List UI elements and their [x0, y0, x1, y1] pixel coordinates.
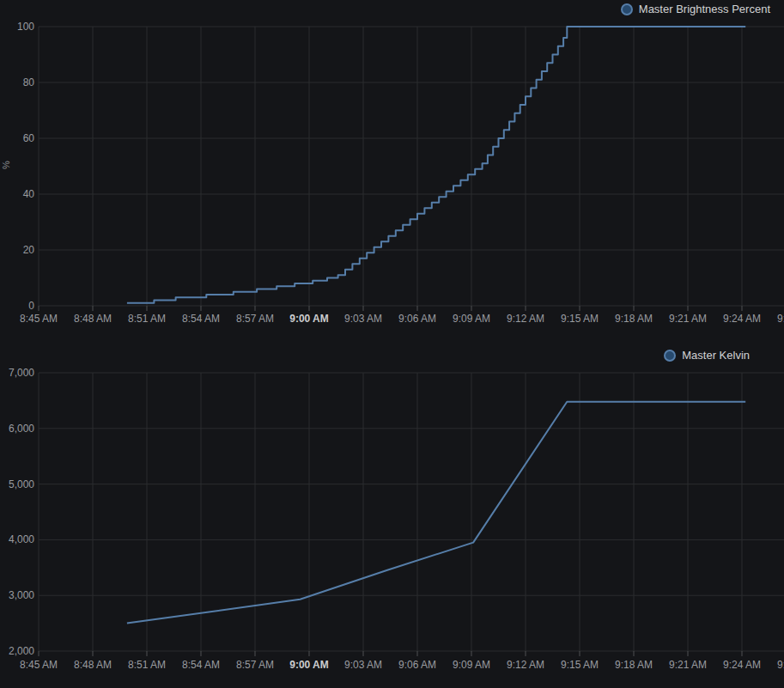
- series-marker-icon: [621, 3, 633, 15]
- x-tick-label: 8:54 AM: [182, 312, 220, 326]
- y-tick-label: 20: [2, 243, 34, 257]
- x-tick-label: 9:18 AM: [615, 658, 653, 672]
- x-tick-label: 9:21 AM: [669, 658, 707, 672]
- x-tick-label: 8:51 AM: [128, 312, 166, 326]
- x-tick-label: 8:45 AM: [20, 658, 58, 672]
- y-tick-label: 3,000: [2, 588, 34, 602]
- x-tick-label: 9:09 AM: [453, 312, 490, 326]
- legend-label: Master Brightness Percent: [639, 2, 770, 16]
- x-tick-label: 9:15 AM: [561, 312, 599, 326]
- y-tick-label: 60: [2, 131, 34, 145]
- x-tick-label: 9:27 AM: [777, 658, 784, 672]
- y-tick-label: 80: [2, 76, 34, 89]
- y-axis-unit-label: %: [1, 159, 11, 171]
- x-tick-label: 8:51 AM: [128, 658, 166, 672]
- series-line-1: [127, 402, 745, 624]
- x-tick-label: 9:00 AM: [289, 312, 329, 326]
- x-tick-label: 9:18 AM: [615, 312, 653, 326]
- legend-label: Master Kelvin: [682, 348, 750, 362]
- x-tick-label: 9:06 AM: [398, 312, 436, 326]
- x-tick-label: 9:03 AM: [344, 658, 382, 672]
- charts-canvas: [0, 0, 784, 688]
- y-tick-label: 0: [2, 299, 34, 313]
- y-tick-label: 100: [2, 20, 34, 33]
- x-tick-label: 8:57 AM: [236, 312, 274, 326]
- y-tick-label: 4,000: [2, 533, 34, 546]
- series-marker-icon: [664, 350, 676, 362]
- x-tick-label: 8:57 AM: [236, 658, 274, 672]
- y-tick-label: 5,000: [2, 478, 34, 491]
- x-tick-label: 9:09 AM: [453, 658, 490, 672]
- y-tick-label: 6,000: [2, 422, 34, 435]
- x-tick-label: 9:27 AM: [777, 312, 784, 326]
- x-tick-label: 8:54 AM: [182, 658, 220, 672]
- x-tick-label: 8:48 AM: [74, 658, 112, 672]
- x-tick-label: 9:21 AM: [669, 312, 707, 326]
- x-tick-label: 9:00 AM: [289, 658, 329, 672]
- y-tick-label: 2,000: [2, 644, 34, 658]
- x-tick-label: 8:48 AM: [74, 312, 112, 326]
- legend-master-brightness-percent[interactable]: Master Brightness Percent: [621, 2, 770, 16]
- x-tick-label: 9:24 AM: [723, 658, 761, 672]
- x-tick-label: 8:45 AM: [20, 312, 58, 326]
- y-tick-label: 7,000: [2, 366, 34, 380]
- y-tick-label: 40: [2, 187, 34, 201]
- x-tick-label: 9:12 AM: [507, 312, 544, 326]
- x-tick-label: 9:06 AM: [398, 658, 436, 672]
- x-tick-label: 9:12 AM: [507, 658, 544, 672]
- x-tick-label: 9:03 AM: [344, 312, 382, 326]
- legend-master-kelvin[interactable]: Master Kelvin: [664, 348, 750, 362]
- series-line-0: [127, 27, 745, 303]
- x-tick-label: 9:15 AM: [561, 658, 599, 672]
- x-tick-label: 9:24 AM: [723, 312, 761, 326]
- history-charts-panel: Master Brightness Percent Master Kelvin …: [0, 0, 784, 688]
